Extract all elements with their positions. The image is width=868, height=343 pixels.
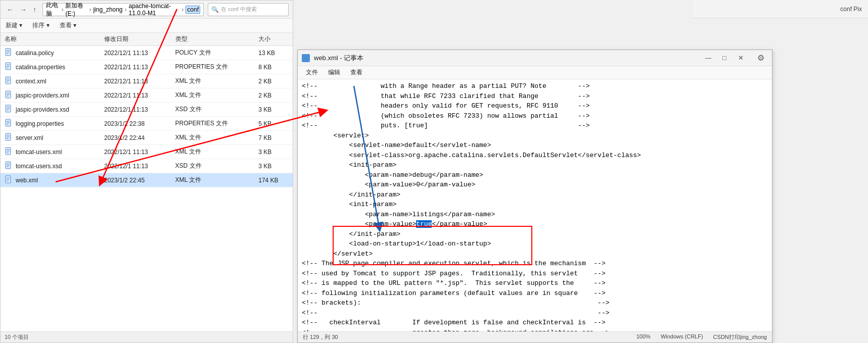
file-size: 8 KB: [254, 60, 293, 74]
file-size: 3 KB: [254, 145, 293, 159]
file-icon: [5, 147, 13, 157]
menu-file[interactable]: 文件: [302, 67, 322, 78]
file-size: 3 KB: [254, 159, 293, 173]
file-icon: [5, 105, 13, 114]
file-name-cell[interactable]: context.xml: [1, 74, 100, 88]
file-type: XML 文件: [171, 131, 255, 145]
file-icon: [5, 48, 13, 58]
breadcrumb-computer[interactable]: 此电脑: [46, 1, 59, 18]
table-row[interactable]: tomcat-users.xsd 2022/12/1 11:13 XSD 文件 …: [1, 159, 293, 173]
file-name: catalina.properties: [16, 64, 65, 71]
file-name-cell[interactable]: catalina.properties: [1, 60, 100, 74]
search-bar[interactable]: 🔍 在 conf 中搜索: [208, 3, 289, 16]
file-name-cell[interactable]: logging.properties: [1, 117, 100, 131]
statusbar-text: 10 个项目: [5, 333, 29, 341]
file-name: web.xml: [16, 177, 38, 184]
file-name: tomcat-users.xml: [16, 149, 62, 156]
maximize-button[interactable]: □: [717, 53, 732, 64]
line-ending: Windows (CRLF): [661, 333, 703, 341]
menu-view[interactable]: 查看: [346, 67, 367, 78]
breadcrumb-tomcat[interactable]: apache-tomcat-11.0.0-M1: [129, 3, 180, 17]
file-size: 3 KB: [254, 103, 293, 117]
explorer-toolbar: 新建 ▾ 排序 ▾ 查看 ▾: [1, 19, 293, 33]
file-icon: [5, 76, 13, 86]
table-header-row: 名称 修改日期 类型 大小: [1, 33, 293, 46]
file-name-cell[interactable]: tomcat-users.xsd: [1, 159, 100, 173]
file-explorer: ← → ↑ 此电脑 › 新加卷 (E:) › jing_zhong › apac…: [0, 0, 293, 343]
file-name: jaspic-providers.xsd: [16, 106, 69, 113]
breadcrumb-conf[interactable]: conf: [186, 6, 200, 14]
code-content: <!-- with a Range header as a partial PU…: [302, 81, 768, 331]
table-row[interactable]: jaspic-providers.xsd 2022/12/1 11:13 XSD…: [1, 103, 293, 117]
breadcrumb-drive[interactable]: 新加卷 (E:): [65, 2, 87, 17]
file-icon: [5, 133, 13, 142]
table-row[interactable]: catalina.properties 2022/12/1 11:13 PROP…: [1, 60, 293, 74]
sep-2: ›: [89, 6, 91, 13]
col-date[interactable]: 修改日期: [100, 33, 171, 46]
col-type[interactable]: 类型: [171, 33, 255, 46]
file-icon: [5, 161, 13, 171]
table-row[interactable]: web.xml 2023/1/2 22:45 XML 文件 174 KB: [1, 173, 293, 187]
forward-button[interactable]: →: [18, 5, 29, 15]
file-size: 7 KB: [254, 131, 293, 145]
notepad-content: <!-- with a Range header as a partial PU…: [298, 79, 772, 331]
menu-edit[interactable]: 编辑: [324, 67, 344, 78]
close-button[interactable]: ✕: [734, 53, 748, 64]
table-row[interactable]: jaspic-providers.xml 2022/12/1 11:13 XML…: [1, 88, 293, 103]
encoding: CSDN打印jing_zhong: [713, 333, 767, 341]
search-icon: 🔍: [211, 6, 219, 13]
file-name-cell[interactable]: tomcat-users.xml: [1, 145, 100, 159]
table-row[interactable]: logging.properties 2023/1/2 22:38 PROPER…: [1, 117, 293, 131]
table-row[interactable]: tomcat-users.xml 2022/12/1 11:13 XML 文件 …: [1, 145, 293, 159]
search-placeholder: 在 conf 中搜索: [221, 6, 257, 13]
settings-icon[interactable]: ⚙: [754, 53, 768, 64]
file-name-cell[interactable]: jaspic-providers.xsd: [1, 103, 100, 117]
toolbar-new[interactable]: 新建 ▾: [4, 20, 24, 31]
file-name-cell[interactable]: jaspic-providers.xml: [1, 88, 100, 103]
sep-3: ›: [125, 6, 127, 13]
notepad-statusbar: 行 129，列 30 100% Windows (CRLF) CSDN打印jin…: [298, 331, 772, 342]
file-icon: [5, 90, 13, 100]
file-name-cell[interactable]: server.xml: [1, 131, 100, 145]
cursor-position: 行 129，列 30: [303, 333, 338, 341]
breadcrumb-jing[interactable]: jing_zhong: [93, 6, 122, 13]
file-icon: [5, 175, 13, 185]
notepad-title: web.xml - 记事本: [314, 54, 363, 63]
file-type: XML 文件: [171, 88, 255, 103]
file-list-container: 名称 修改日期 类型 大小 catalina.policy 2022/12/1 …: [1, 33, 293, 331]
statusbar-right: 100% Windows (CRLF) CSDN打印jing_zhong: [636, 333, 767, 341]
file-name-cell[interactable]: web.xml: [1, 173, 100, 187]
zoom-level: 100%: [636, 333, 651, 341]
up-button[interactable]: ↑: [31, 5, 38, 15]
file-name: catalina.policy: [16, 50, 54, 57]
minimize-button[interactable]: —: [701, 53, 715, 64]
toolbar-sort[interactable]: 排序 ▾: [30, 20, 51, 31]
file-date: 2022/12/1 11:13: [100, 88, 171, 103]
back-button[interactable]: ←: [5, 5, 16, 15]
file-date: 2023/1/2 22:44: [100, 131, 171, 145]
file-icon: [5, 62, 13, 72]
file-date: 2022/12/1 11:13: [100, 46, 171, 60]
top-right-area: conf Pix: [693, 0, 868, 18]
file-date: 2022/12/1 11:13: [100, 103, 171, 117]
table-row[interactable]: catalina.policy 2022/12/1 11:13 POLICY 文…: [1, 46, 293, 60]
file-name: tomcat-users.xsd: [16, 163, 62, 170]
file-type: PROPERTIES 文件: [171, 60, 255, 74]
sep-1: ›: [61, 6, 63, 13]
table-row[interactable]: context.xml 2022/12/1 11:13 XML 文件 2 KB: [1, 74, 293, 88]
explorer-titlebar: ← → ↑ 此电脑 › 新加卷 (E:) › jing_zhong › apac…: [1, 1, 293, 19]
file-list-body: catalina.policy 2022/12/1 11:13 POLICY 文…: [1, 46, 293, 187]
col-size[interactable]: 大小: [254, 33, 293, 46]
notepad-controls: — □ ✕ ⚙: [701, 53, 768, 64]
conf-pix-label: conf Pix: [840, 6, 862, 13]
file-date: 2023/1/2 22:45: [100, 173, 171, 187]
file-date: 2022/12/1 11:13: [100, 60, 171, 74]
col-name[interactable]: 名称: [1, 33, 100, 46]
file-size: 2 KB: [254, 74, 293, 88]
file-date: 2022/12/1 11:13: [100, 159, 171, 173]
file-type: POLICY 文件: [171, 46, 255, 60]
toolbar-view[interactable]: 查看 ▾: [58, 20, 78, 31]
table-row[interactable]: server.xml 2023/1/2 22:44 XML 文件 7 KB: [1, 131, 293, 145]
breadcrumb-bar[interactable]: 此电脑 › 新加卷 (E:) › jing_zhong › apache-tom…: [42, 3, 204, 16]
file-name-cell[interactable]: catalina.policy: [1, 46, 100, 60]
